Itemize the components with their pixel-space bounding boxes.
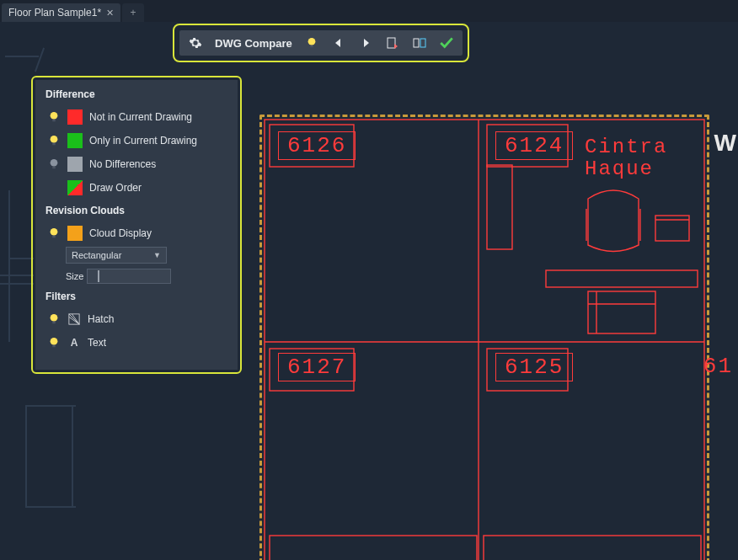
row-label: Not in Current Drawing <box>89 111 192 123</box>
svg-rect-22 <box>420 39 425 47</box>
room-label-6127: 6127 <box>278 353 356 381</box>
revision-cloud <box>259 115 709 560</box>
chevron-down-icon: ▼ <box>153 251 161 259</box>
cloud-size-row: Size <box>66 269 227 284</box>
svg-point-25 <box>51 136 58 143</box>
document-tab-title: Floor Plan Sample1* <box>8 7 101 19</box>
cloud-size-slider[interactable] <box>87 269 171 284</box>
section-title-revision-clouds: Revision Clouds <box>45 205 227 216</box>
svg-rect-32 <box>52 322 56 324</box>
person-name-label: Cintra Haque <box>585 136 667 181</box>
compare-toolbar-highlight: DWG Compare <box>173 24 469 62</box>
close-icon[interactable]: ✕ <box>106 8 114 19</box>
svg-rect-19 <box>310 45 313 48</box>
color-swatch-red[interactable] <box>67 109 83 125</box>
import-objects-icon[interactable] <box>385 35 400 51</box>
room-label-6124: 6124 <box>495 131 573 160</box>
side-label-right: W <box>714 130 736 157</box>
exit-compare-button[interactable] <box>439 35 454 51</box>
color-swatch-green[interactable] <box>67 133 83 148</box>
side-room-right: 61 <box>695 353 738 380</box>
section-title-filters: Filters <box>45 291 227 302</box>
color-swatch-orange[interactable] <box>67 226 83 241</box>
svg-point-27 <box>51 159 58 167</box>
row-label: No Differences <box>89 158 156 170</box>
text-icon: A <box>67 336 81 349</box>
bulb-icon[interactable] <box>47 158 61 170</box>
room-label-6125: 6125 <box>495 353 573 381</box>
settings-gear-icon[interactable] <box>188 35 203 51</box>
color-swatch-gray[interactable] <box>67 157 83 172</box>
row-label: Hatch <box>88 313 114 325</box>
row-filter-hatch[interactable]: Hatch <box>45 309 227 329</box>
cloud-shape-dropdown[interactable]: Rectangular ▼ <box>66 247 167 264</box>
bulb-icon[interactable] <box>47 337 61 349</box>
svg-rect-28 <box>52 167 56 169</box>
section-title-difference: Difference <box>45 88 227 100</box>
room-label-6126: 6126 <box>278 131 356 160</box>
row-no-differences[interactable]: No Differences <box>45 154 227 174</box>
svg-point-34 <box>51 338 58 345</box>
compare-toolbar: DWG Compare <box>179 30 463 56</box>
hatch-icon <box>67 312 81 326</box>
row-label: Draw Order <box>89 182 142 194</box>
svg-rect-24 <box>52 120 56 122</box>
compare-toolbar-label: DWG Compare <box>215 37 292 50</box>
svg-rect-35 <box>52 345 56 348</box>
previous-difference-button[interactable] <box>331 35 346 51</box>
row-draw-order[interactable]: Draw Order <box>45 178 227 198</box>
row-label: Only in Current Drawing <box>89 135 197 147</box>
new-tab-button[interactable]: + <box>122 3 144 22</box>
bulb-icon[interactable] <box>47 111 61 123</box>
bulb-icon[interactable] <box>47 135 61 147</box>
document-tab[interactable]: Floor Plan Sample1* ✕ <box>2 3 120 22</box>
difference-panel: Difference Not in Current Drawing Only i… <box>35 80 238 370</box>
size-label: Size <box>66 271 83 281</box>
row-label: Text <box>88 337 106 349</box>
export-snapshot-icon[interactable] <box>412 35 427 51</box>
dropdown-value: Rectangular <box>72 250 121 260</box>
svg-point-18 <box>308 38 315 45</box>
bulb-icon[interactable] <box>47 313 61 325</box>
difference-panel-highlight: Difference Not in Current Drawing Only i… <box>31 76 242 374</box>
svg-point-31 <box>51 314 58 322</box>
svg-rect-21 <box>414 39 419 47</box>
row-filter-text[interactable]: A Text <box>45 333 227 353</box>
bulb-icon[interactable] <box>47 227 61 239</box>
svg-point-29 <box>51 228 58 236</box>
svg-rect-30 <box>52 236 56 238</box>
svg-rect-26 <box>52 143 56 146</box>
row-not-in-current[interactable]: Not in Current Drawing <box>45 107 227 127</box>
toggle-compare-bulb-icon[interactable] <box>304 35 319 51</box>
document-tabbar: Floor Plan Sample1* ✕ + <box>0 0 738 22</box>
row-label: Cloud Display <box>89 227 152 239</box>
svg-rect-20 <box>388 38 395 48</box>
row-cloud-display[interactable]: Cloud Display <box>45 223 227 243</box>
plus-icon: + <box>131 7 136 19</box>
row-only-in-current[interactable]: Only in Current Drawing <box>45 131 227 151</box>
svg-point-23 <box>51 112 58 120</box>
next-difference-button[interactable] <box>358 35 373 51</box>
color-swatch-draworder[interactable] <box>67 180 83 195</box>
